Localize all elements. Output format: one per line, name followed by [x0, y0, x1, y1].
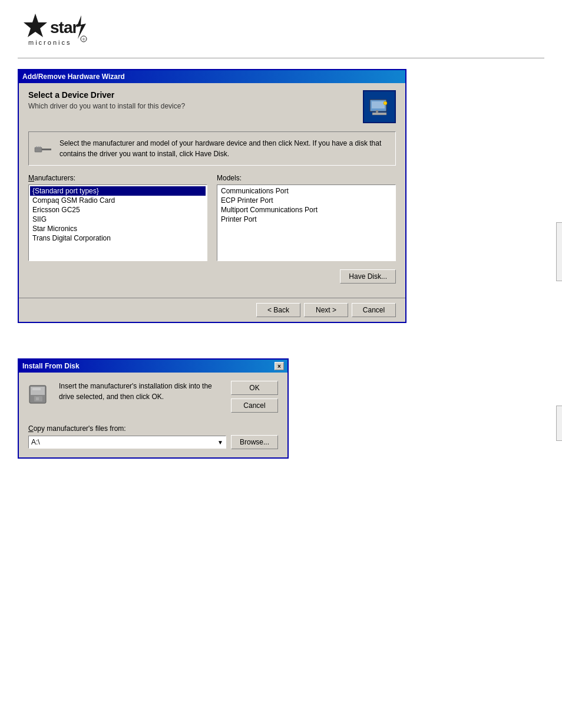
- svg-rect-14: [38, 146, 39, 147]
- have-disk-button[interactable]: Have Disk...: [340, 269, 396, 284]
- install-dialog: Install From Disk × Insert the manufactu…: [18, 358, 289, 459]
- cable-icon: [34, 139, 52, 158]
- side-annotation-box-2: [556, 406, 562, 441]
- list-item[interactable]: Printer Port: [219, 215, 394, 224]
- wizard-section-title: Select a Device Driver: [28, 90, 353, 100]
- models-listbox[interactable]: Communications Port ECP Printer Port Mul…: [217, 185, 396, 261]
- copy-label-text: Copy manufacturer's files from:: [28, 424, 126, 433]
- svg-text:micronics: micronics: [28, 39, 71, 46]
- manufacturers-label-text: Manufacturers:: [28, 174, 75, 182]
- list-item[interactable]: Star Micronics: [30, 224, 206, 233]
- next-button[interactable]: Next >: [304, 303, 348, 317]
- info-row: Select the manufacturer and model of you…: [28, 131, 396, 166]
- main-content: Add/Remove Hardware Wizard Select a Devi…: [0, 69, 562, 476]
- list-item[interactable]: Trans Digital Corporation: [30, 233, 206, 243]
- list-area: Manufacturers: {Standard port types} Com…: [28, 174, 396, 261]
- install-top-row: Insert the manufacturer's installation d…: [28, 381, 278, 413]
- back-button[interactable]: < Back: [256, 303, 300, 317]
- close-button[interactable]: ×: [275, 362, 284, 370]
- install-message: Insert the manufacturer's installation d…: [59, 381, 223, 413]
- list-item[interactable]: Multiport Communications Port: [219, 205, 394, 215]
- header: star micronics ®: [0, 0, 562, 58]
- svg-text:star: star: [50, 18, 78, 37]
- svg-marker-2: [77, 15, 86, 39]
- list-item[interactable]: {Standard port types}: [30, 186, 206, 196]
- list-item[interactable]: Compaq GSM Radio Card: [30, 196, 206, 205]
- install-titlebar: Install From Disk ×: [19, 360, 287, 373]
- models-label: Models:: [217, 174, 396, 182]
- wizard-section-header: Select a Device Driver Which driver do y…: [28, 90, 396, 123]
- wizard-wrapper: Add/Remove Hardware Wizard Select a Devi…: [18, 69, 544, 323]
- logo: star micronics ®: [18, 11, 94, 52]
- svg-rect-20: [36, 397, 39, 400]
- list-item[interactable]: Ericsson GC25: [30, 205, 206, 215]
- install-title: Install From Disk: [22, 362, 80, 370]
- wizard-titlebar: Add/Remove Hardware Wizard: [19, 70, 405, 83]
- svg-marker-0: [24, 14, 47, 37]
- path-dropdown[interactable]: A:\ ▼: [28, 436, 226, 449]
- copy-section: Copy manufacturer's files from: A:\ ▼ Br…: [28, 424, 278, 449]
- manufacturers-label: Manufacturers:: [28, 174, 207, 182]
- install-cancel-button[interactable]: Cancel: [231, 398, 278, 413]
- ok-button[interactable]: OK: [231, 381, 278, 395]
- floppy-disk-icon: [28, 383, 51, 406]
- wizard-section-subtitle: Which driver do you want to install for …: [28, 102, 353, 110]
- copy-label: Copy manufacturer's files from:: [28, 424, 278, 433]
- svg-rect-7: [372, 101, 385, 108]
- svg-rect-11: [35, 147, 42, 152]
- svg-rect-18: [32, 388, 41, 390]
- copy-row: A:\ ▼ Browse...: [28, 435, 278, 449]
- svg-text:®: ®: [82, 38, 85, 41]
- wizard-footer: < Back Next > Cancel: [19, 298, 405, 322]
- side-annotation-box-1: [556, 222, 562, 281]
- manufacturers-listbox[interactable]: {Standard port types} Compaq GSM Radio C…: [28, 185, 207, 261]
- have-disk-row: Have Disk...: [28, 269, 396, 284]
- star-micronics-logo: star micronics ®: [18, 11, 94, 52]
- list-item[interactable]: Communications Port: [219, 186, 394, 196]
- header-divider: [18, 58, 544, 58]
- dropdown-arrow-icon: ▼: [217, 439, 223, 446]
- svg-rect-12: [42, 149, 51, 150]
- svg-rect-9: [376, 110, 378, 113]
- device-driver-icon: [368, 95, 391, 118]
- install-body: Insert the manufacturer's installation d…: [19, 373, 287, 457]
- cancel-button[interactable]: Cancel: [352, 303, 396, 317]
- svg-rect-13: [36, 146, 37, 147]
- wizard-body: Select a Device Driver Which driver do y…: [19, 83, 405, 298]
- svg-rect-8: [372, 113, 386, 115]
- wizard-title: Add/Remove Hardware Wizard: [22, 73, 125, 81]
- install-wrapper: Install From Disk × Insert the manufactu…: [18, 358, 544, 459]
- svg-rect-15: [39, 146, 41, 147]
- install-buttons: OK Cancel: [231, 381, 278, 413]
- browse-button[interactable]: Browse...: [231, 435, 278, 449]
- models-column: Models: Communications Port ECP Printer …: [217, 174, 396, 261]
- info-text: Select the manufacturer and model of you…: [59, 138, 391, 159]
- manufacturers-column: Manufacturers: {Standard port types} Com…: [28, 174, 207, 261]
- wizard-dialog: Add/Remove Hardware Wizard Select a Devi…: [18, 69, 406, 323]
- hardware-icon: [363, 90, 396, 123]
- list-item[interactable]: SIIG: [30, 215, 206, 224]
- list-item[interactable]: ECP Printer Port: [219, 196, 394, 205]
- path-value: A:\: [31, 438, 40, 446]
- svg-point-10: [384, 101, 387, 105]
